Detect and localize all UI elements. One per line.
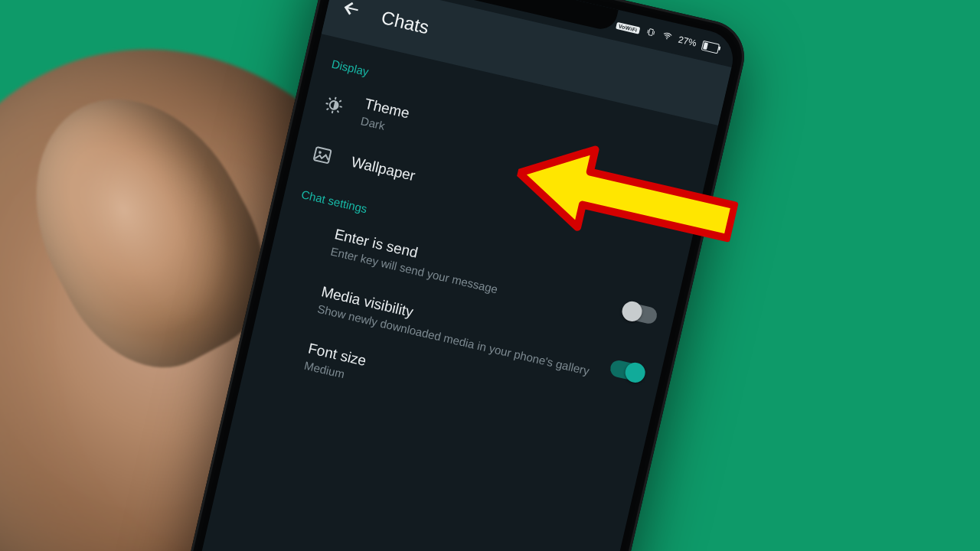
battery-icon [701, 40, 720, 54]
back-button[interactable] [339, 0, 364, 24]
wifi-icon [661, 30, 674, 44]
media-visibility-switch[interactable] [609, 358, 645, 382]
svg-point-4 [666, 37, 668, 39]
battery-text: 27% [677, 34, 697, 49]
appbar-title: Chats [379, 7, 430, 38]
svg-rect-6 [314, 147, 332, 163]
enter-is-send-switch[interactable] [622, 302, 658, 325]
vowifi-badge: VoWiFi [616, 21, 640, 34]
image-icon [309, 143, 336, 168]
brightness-icon [321, 93, 348, 117]
svg-point-7 [318, 151, 322, 154]
arrow-left-icon [340, 0, 364, 21]
svg-rect-3 [648, 29, 653, 36]
vibrate-icon [644, 26, 657, 41]
stage: 09:30 0.55 KB/S VoWiFi 27% [0, 0, 980, 551]
